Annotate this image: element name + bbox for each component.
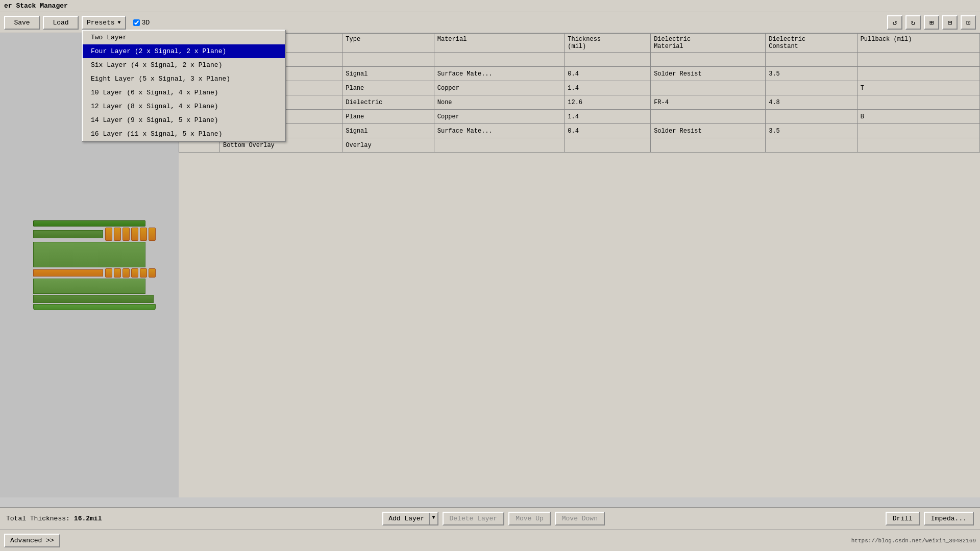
cell-material: Copper xyxy=(434,110,565,124)
add-layer-arrow-icon[interactable]: ▼ xyxy=(429,513,437,524)
pcb-layer-top-copper xyxy=(23,228,156,241)
cell-thickness: 0.4 xyxy=(565,67,651,81)
drill-button[interactable]: Drill xyxy=(886,512,920,525)
preset-item-six-layer[interactable]: Six Layer (4 x Signal, 2 x Plane) xyxy=(83,58,285,72)
table-row[interactable]: PWRPlaneCopper1.4B xyxy=(179,110,980,124)
cell-diel_constant: 3.5 xyxy=(766,124,857,138)
checkbox-3d-label[interactable]: 3D xyxy=(133,19,150,27)
presets-dropdown: Two Layer Four Layer (2 x Signal, 2 x Pl… xyxy=(82,30,286,142)
checkbox-3d-text: 3D xyxy=(142,19,150,27)
presets-button[interactable]: Presets ▼ xyxy=(82,16,126,30)
impedance-button[interactable]: Impeda... xyxy=(924,512,974,525)
pcb-layer-bottom-soldermask xyxy=(33,304,156,310)
cell-pullback: B xyxy=(857,110,979,124)
pcb-layer-bottom-copper xyxy=(23,295,156,303)
move-up-button[interactable]: Move Up xyxy=(508,512,551,525)
total-thickness-label: Total Thickness: xyxy=(6,515,70,522)
table-row[interactable] xyxy=(179,53,980,67)
advanced-button[interactable]: Advanced >> xyxy=(4,534,60,547)
icon3-button[interactable]: ⊞ xyxy=(924,15,939,30)
cell-pullback: T xyxy=(857,81,979,95)
table-row[interactable]: Bottom LayerSignalSurface Mate...0.4Sold… xyxy=(179,124,980,138)
grid-icon: ⊞ xyxy=(929,18,934,27)
cell-diel_constant: 3.5 xyxy=(766,67,857,81)
cell-diel_material xyxy=(651,53,766,67)
cell-thickness: 1.4 xyxy=(565,110,651,124)
move-down-button[interactable]: Move Down xyxy=(555,512,605,525)
cell-pullback xyxy=(857,67,979,81)
icon4-button[interactable]: ⊟ xyxy=(942,15,958,30)
table-row[interactable]: GNDPlaneCopper1.4T xyxy=(179,81,980,95)
window-title: er Stack Manager xyxy=(4,2,68,10)
cell-type: Dielectric xyxy=(342,95,434,110)
cell-diel_material xyxy=(651,138,766,153)
cell-material xyxy=(434,53,565,67)
preset-item-eight-layer[interactable]: Eight Layer (5 x Signal, 3 x Plane) xyxy=(83,72,285,86)
cell-thickness: 0.4 xyxy=(565,124,651,138)
preset-item-ten-layer[interactable]: 10 Layer (6 x Signal, 4 x Plane) xyxy=(83,86,285,99)
cell-material: None xyxy=(434,95,565,110)
preset-item-sixteen-layer[interactable]: 16 Layer (11 x Signal, 5 x Plane) xyxy=(83,127,285,141)
cell-pullback xyxy=(857,53,979,67)
undo-button[interactable]: ↺ xyxy=(887,15,902,30)
add-layer-label: Add Layer xyxy=(383,513,429,524)
table-row[interactable]: Dielectric 1DielectricNone12.6FR-44.8 xyxy=(179,95,980,110)
pcb-layer-dielectric1 xyxy=(33,242,145,267)
presets-container: Presets ▼ Two Layer Four Layer (2 x Sign… xyxy=(82,16,126,30)
checkbox-3d[interactable] xyxy=(133,19,140,26)
pcb-visual xyxy=(13,209,166,321)
delete-layer-button[interactable]: Delete Layer xyxy=(443,512,505,525)
icon5-button[interactable]: ⊡ xyxy=(961,15,976,30)
cell-thickness: 1.4 xyxy=(565,81,651,95)
undo-icon: ↺ xyxy=(893,18,897,27)
cell-diel_constant xyxy=(766,53,857,67)
redo-icon: ↻ xyxy=(911,18,915,27)
cell-thickness: 12.6 xyxy=(565,95,651,110)
cell-diel_constant xyxy=(766,81,857,95)
title-bar: er Stack Manager xyxy=(0,0,980,12)
col-header-diel-constant: DielectricConstant xyxy=(766,34,857,53)
cell-material xyxy=(434,138,565,153)
col-header-pullback: Pullback (mil) xyxy=(857,34,979,53)
save-button[interactable]: Save xyxy=(4,16,40,30)
cell-material: Surface Mate... xyxy=(434,67,565,81)
preset-item-four-layer[interactable]: Four Layer (2 x Signal, 2 x Plane) xyxy=(83,44,285,58)
add-layer-button[interactable]: Add Layer ▼ xyxy=(382,512,438,525)
cell-pullback xyxy=(857,138,979,153)
cell-type: Overlay xyxy=(342,138,434,153)
cell-type: Plane xyxy=(342,81,434,95)
table-row[interactable]: Bottom OverlayOverlay xyxy=(179,138,980,153)
preset-item-two-layer[interactable]: Two Layer xyxy=(83,31,285,44)
minus-icon: ⊟ xyxy=(948,18,952,27)
table-row[interactable]: Top LayerSignalSurface Mate...0.4Solder … xyxy=(179,67,980,81)
cell-thickness xyxy=(565,53,651,67)
cell-diel_constant: 4.8 xyxy=(766,95,857,110)
col-header-thickness: Thickness(mil) xyxy=(565,34,651,53)
load-button[interactable]: Load xyxy=(43,16,79,30)
chevron-down-icon: ▼ xyxy=(118,20,121,26)
cell-diel_constant xyxy=(766,138,857,153)
col-header-type: Type xyxy=(342,34,434,53)
preset-item-fourteen-layer[interactable]: 14 Layer (9 x Signal, 5 x Plane) xyxy=(83,113,285,127)
bottom-bar: Total Thickness: 16.2mil Add Layer ▼ Del… xyxy=(0,507,980,530)
preset-item-twelve-layer[interactable]: 12 Layer (8 x Signal, 4 x Plane) xyxy=(83,99,285,113)
cell-thickness xyxy=(565,138,651,153)
cell-type: Plane xyxy=(342,110,434,124)
layer-table: Name Type Material Thickness(mil) Dielec… xyxy=(179,33,980,153)
toolbar: Save Load Presets ▼ Two Layer Four Layer… xyxy=(0,12,980,33)
cell-material: Surface Mate... xyxy=(434,124,565,138)
cell-pullback xyxy=(857,124,979,138)
presets-label: Presets xyxy=(87,19,115,27)
cell-type: Signal xyxy=(342,67,434,81)
pcb-layer-dielectric2 xyxy=(33,279,145,294)
pcb-layer-inner-copper xyxy=(23,268,156,278)
status-bar: Advanced >> https://blog.csdn.net/weixin… xyxy=(0,530,980,551)
table-container: Name Type Material Thickness(mil) Dielec… xyxy=(179,33,980,497)
cell-type xyxy=(342,53,434,67)
redo-button[interactable]: ↻ xyxy=(905,15,921,30)
box-icon: ⊡ xyxy=(966,18,970,27)
cell-type: Signal xyxy=(342,124,434,138)
col-header-diel-material: DielectricMaterial xyxy=(651,34,766,53)
url-display: https://blog.csdn.net/weixin_39482169 xyxy=(851,538,976,544)
col-header-material: Material xyxy=(434,34,565,53)
